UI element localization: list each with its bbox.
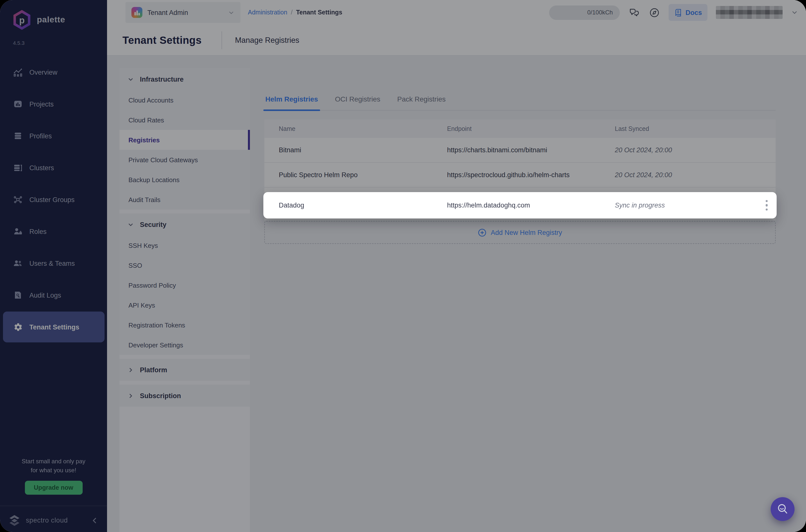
cell-endpoint: https://helm.datadoghq.com	[447, 202, 615, 209]
search-icon	[775, 502, 790, 517]
tour-overlay	[0, 0, 806, 532]
cell-name: Datadog	[263, 202, 447, 209]
cell-sync-status: Sync in progress	[615, 202, 757, 209]
search-fab[interactable]	[771, 497, 794, 521]
app-window: p palette 4.5.3 Overview Projects	[0, 0, 806, 532]
table-row-datadog-highlighted[interactable]: Datadog https://helm.datadoghq.com Sync …	[263, 192, 776, 218]
row-actions-menu-icon[interactable]	[757, 200, 776, 211]
